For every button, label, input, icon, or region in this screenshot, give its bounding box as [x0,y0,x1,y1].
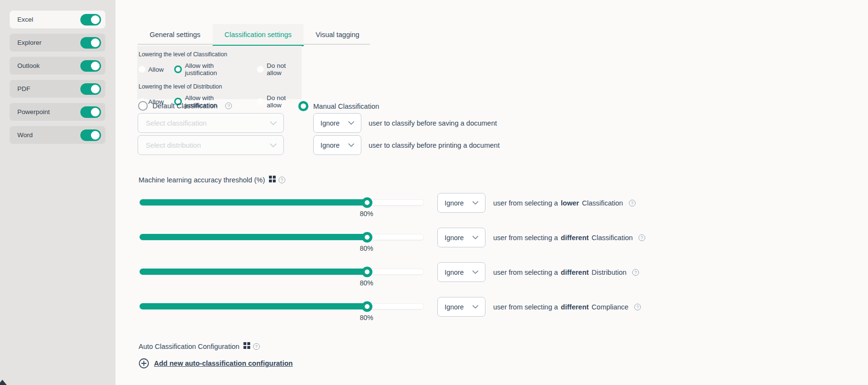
ignore-dropdown-different-distribution[interactable]: Ignore [437,262,485,282]
grid-icon [269,176,276,184]
ml-threshold-title: Machine learning accuracy threshold (%) … [139,176,285,184]
pdf-toggle[interactable] [80,83,101,95]
slider-track[interactable]: 80% [140,269,424,275]
dropdown-value: Ignore [314,119,340,127]
radio-allow[interactable]: Allow [139,62,164,77]
sidebar: Excel Explorer Outlook PDF Powerpoint Wo… [0,0,115,385]
slider-value: 80% [356,314,377,321]
sidebar-item-outlook[interactable]: Outlook [10,57,105,75]
explorer-toggle[interactable] [80,37,101,49]
slider-track[interactable]: 80% [140,234,424,240]
ml-slider-row-different-distribution: 80% Ignore user from selecting adifferen… [0,262,868,292]
description-prefix: user from selecting a [493,303,558,311]
auto-classification-label: Auto Classification Configuration [139,343,240,350]
ignore-dropdown-different-classification[interactable]: Ignore [437,228,485,247]
powerpoint-toggle[interactable] [80,106,101,118]
radio-icon[interactable] [138,101,148,111]
default-classification-label: Default Classification [153,102,217,110]
sidebar-item-powerpoint[interactable]: Powerpoint [10,103,105,121]
slider-fill: 80% [140,234,367,240]
radio-icon[interactable] [139,66,145,73]
info-icon[interactable]: ? [629,200,636,206]
classify-printing-description: user to classify before printing a docum… [369,135,499,155]
toggle-knob [91,85,100,93]
description-suffix: Compliance [592,303,629,311]
slider-track[interactable]: 80% [140,199,424,205]
tab-general-settings[interactable]: General settings [138,24,213,45]
chevron-down-icon [472,305,479,309]
outlook-toggle[interactable] [80,60,101,72]
toggle-knob [91,131,100,140]
sidebar-item-explorer[interactable]: Explorer [10,34,105,51]
ignore-dropdown-saving[interactable]: Ignore [313,113,361,133]
description-bold: different [561,303,589,311]
slider-description: user from selecting adifferentDistributi… [493,262,639,282]
tab-visual-tagging[interactable]: Visual tagging [304,24,371,45]
sidebar-item-word[interactable]: Word [10,126,105,144]
rule-options-classification: Allow Allow with justification Do not al… [139,62,302,77]
add-auto-classification-button[interactable]: Add new auto-classification configuratio… [139,358,293,369]
slider-description: user from selecting adifferentCompliance… [493,297,641,317]
classification-settings-page: Excel Explorer Outlook PDF Powerpoint Wo… [0,0,868,385]
radio-icon-checked[interactable] [298,101,308,111]
chevron-down-icon [269,121,277,126]
radio-label: Allow with justification [185,62,246,77]
sidebar-item-excel[interactable]: Excel [10,11,105,28]
dropdown-value: Ignore [438,199,464,207]
slider-value: 80% [356,279,377,287]
slider-track[interactable]: 80% [140,303,424,309]
description-bold: different [561,234,589,242]
slider-thumb[interactable] [362,301,372,312]
tab-bar: General settings Classification settings… [138,24,370,45]
slider-thumb[interactable] [362,267,372,277]
info-icon[interactable]: ? [634,304,641,310]
default-classification-option[interactable]: Default Classification ? [138,101,232,111]
radio-icon[interactable] [257,66,264,73]
description-text: user to classify before saving a documen… [369,119,497,127]
chevron-down-icon [348,121,355,125]
chevron-down-icon [269,143,277,148]
ml-slider-row-lower-classification: 80% Ignore user from selecting alowerCla… [0,193,868,223]
description-prefix: user from selecting a [493,199,558,207]
grid-icon [243,342,250,350]
radio-icon-checked[interactable] [174,65,182,73]
ignore-dropdown-different-compliance[interactable]: Ignore [437,297,485,317]
sidebar-item-label: Explorer [17,39,41,46]
info-icon[interactable]: ? [638,234,645,241]
radio-label: Do not allow [267,94,302,109]
sidebar-item-pdf[interactable]: PDF [10,80,105,98]
radio-do-not-allow[interactable]: Do not allow [257,94,302,109]
info-icon[interactable]: ? [253,343,260,350]
description-suffix: Classification [582,199,623,207]
toggle-knob [91,15,100,24]
dropdown-value: Ignore [438,269,464,276]
excel-toggle[interactable] [80,14,101,26]
radio-allow-with-justification[interactable]: Allow with justification [174,62,246,77]
description-prefix: user from selecting a [493,269,558,276]
radio-do-not-allow[interactable]: Do not allow [257,62,302,77]
slider-description: user from selecting adifferentClassifica… [493,228,645,247]
toggle-knob [91,108,100,116]
dropdown-value: Ignore [438,303,464,311]
select-classification-dropdown[interactable]: Select classification [138,113,284,133]
toggle-knob [91,62,100,70]
ignore-dropdown-lower-classification[interactable]: Ignore [437,193,485,213]
select-distribution-dropdown[interactable]: Select distribution [138,135,284,155]
info-icon[interactable]: ? [279,177,285,183]
slider-thumb[interactable] [362,197,372,208]
manual-classification-option[interactable]: Manual Classification [298,101,379,111]
radio-icon[interactable] [257,98,264,105]
description-bold: lower [561,199,579,207]
info-icon[interactable]: ? [632,269,639,276]
ignore-dropdown-printing[interactable]: Ignore [313,135,361,155]
sidebar-item-label: Word [17,131,33,139]
chevron-down-icon [472,270,479,274]
slider-thumb[interactable] [362,232,372,243]
info-icon[interactable]: ? [225,103,232,109]
plus-circle-icon [139,358,149,369]
word-toggle[interactable] [80,129,101,141]
tab-classification-settings[interactable]: Classification settings [213,24,304,45]
select-placeholder: Select distribution [138,141,201,149]
slider-fill: 80% [140,269,367,275]
description-prefix: user from selecting a [493,234,558,242]
